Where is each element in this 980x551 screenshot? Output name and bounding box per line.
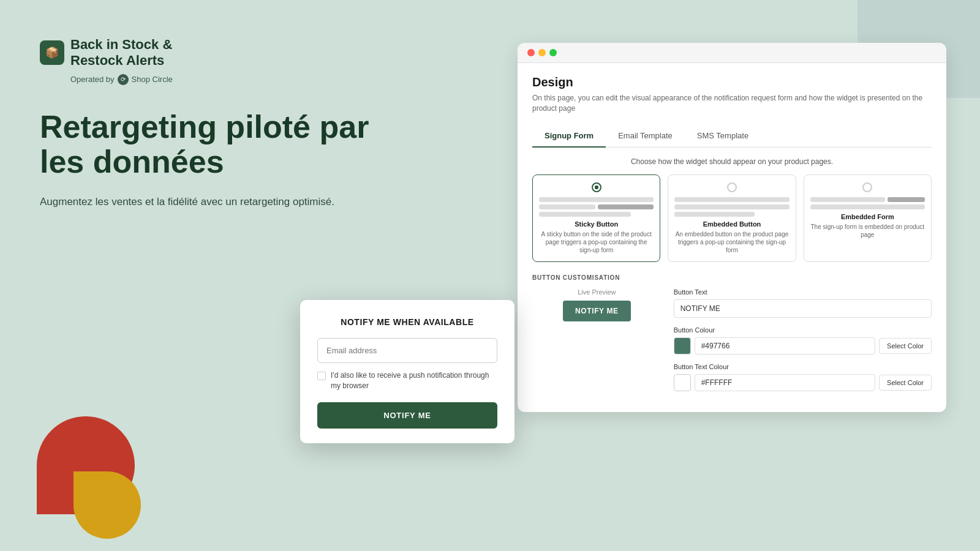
radio-embedded-form [810,182,925,192]
button-text-colour-label: Button Text Colour [674,363,932,370]
preview-sticky [539,197,654,217]
notify-me-preview-button[interactable]: NOTIFY ME [563,301,631,321]
brand-icon: 📦 [40,40,64,65]
sub-text: Augmentez les ventes et la fidélité avec… [40,194,383,210]
button-text-colour-row: Button Text Colour Select Color [674,363,932,391]
brand-header: 📦 Back in Stock &Restock Alerts [40,37,383,69]
widget-option-embedded-form[interactable]: Embedded Form The sign-up form is embedd… [804,174,932,262]
left-panel: 📦 Back in Stock &Restock Alerts Operated… [40,37,383,210]
preview-embedded-btn [674,197,789,217]
popup-checkbox[interactable] [317,372,326,380]
tabs-bar: Signup Form Email Template SMS Template [532,125,932,148]
browser-mockup: Design On this page, you can edit the vi… [518,43,946,412]
button-colour-swatch[interactable] [674,337,691,354]
bg-shape-yellow [74,471,141,539]
widget-options: Sticky Button A sticky button on the sid… [532,174,932,262]
widget-option-sticky[interactable]: Sticky Button A sticky button on the sid… [532,174,660,262]
shop-circle-label: Shop Circle [132,75,173,84]
tab-sms-template[interactable]: SMS Template [685,125,761,148]
live-preview-label: Live Preview [578,288,616,296]
widget-option-embedded-btn[interactable]: Embedded Button An embedded button on th… [668,174,796,262]
button-text-colour-swatch[interactable] [674,374,691,391]
radio-circle-form [862,182,872,192]
customisation-grid: Live Preview NOTIFY ME Button Text Butto… [532,288,932,400]
controls-area: Button Text Button Colour Select Color [674,288,932,400]
tab-instruction: Choose how the widget should appear on y… [532,157,932,166]
browser-dot-green [549,49,557,56]
popup-title: NOTIFY ME WHEN AVAILABLE [317,317,497,327]
design-title: Design [532,75,932,89]
widget-embedded-btn-desc: An embedded button on the product page t… [674,230,789,254]
popup-overlay: NOTIFY ME WHEN AVAILABLE I'd also like t… [300,300,514,443]
button-colour-input-row: Select Color [674,337,932,354]
tab-signup-form[interactable]: Signup Form [532,125,606,148]
shop-circle-icon: ⟳ [118,74,129,85]
browser-dot-red [527,49,535,56]
browser-content: Design On this page, you can edit the vi… [518,63,946,412]
radio-circle-embedded [727,182,737,192]
button-colour-row: Button Colour Select Color [674,326,932,354]
main-headline: Retargeting piloté par les données [40,110,383,179]
button-text-input[interactable] [674,299,932,318]
widget-embedded-btn-title: Embedded Button [674,220,789,228]
live-preview-area: Live Preview NOTIFY ME [532,288,662,400]
radio-sticky [539,182,654,192]
popup-checkbox-row: I'd also like to receive a push notifica… [317,370,497,391]
operated-by: Operated by ⟳ Shop Circle [70,74,383,85]
popup-notify-btn[interactable]: NOTIFY ME [317,402,497,429]
widget-embedded-form-title: Embedded Form [810,213,925,220]
button-text-label: Button Text [674,288,932,296]
button-colour-hex-input[interactable] [695,337,875,354]
browser-dot-yellow [538,49,546,56]
popup-checkbox-label: I'd also like to receive a push notifica… [331,370,497,391]
widget-sticky-desc: A sticky button on the side of the produ… [539,230,654,254]
button-colour-label: Button Colour [674,326,932,334]
widget-embedded-form-desc: The sign-up form is embedded on product … [810,223,925,239]
widget-sticky-title: Sticky Button [539,220,654,228]
select-color-btn-1[interactable]: Select Color [879,338,932,354]
browser-toolbar [518,43,946,63]
tab-email-template[interactable]: Email Template [606,125,685,148]
radio-embedded-btn [674,182,789,192]
button-customisation-section: BUTTON CUSTOMISATION Live Preview NOTIFY… [532,274,932,400]
operated-by-text: Operated by [70,75,115,84]
brand-title: Back in Stock &Restock Alerts [70,37,172,69]
button-text-colour-hex-input[interactable] [695,374,875,391]
button-text-row: Button Text [674,288,932,318]
select-color-btn-2[interactable]: Select Color [879,375,932,391]
popup-email-input[interactable] [317,338,497,363]
button-text-colour-input-row: Select Color [674,374,932,391]
section-label-btn: BUTTON CUSTOMISATION [532,274,932,281]
preview-embedded-form [810,197,925,209]
radio-circle-sticky [592,182,601,192]
design-description: On this page, you can edit the visual ap… [532,93,932,114]
